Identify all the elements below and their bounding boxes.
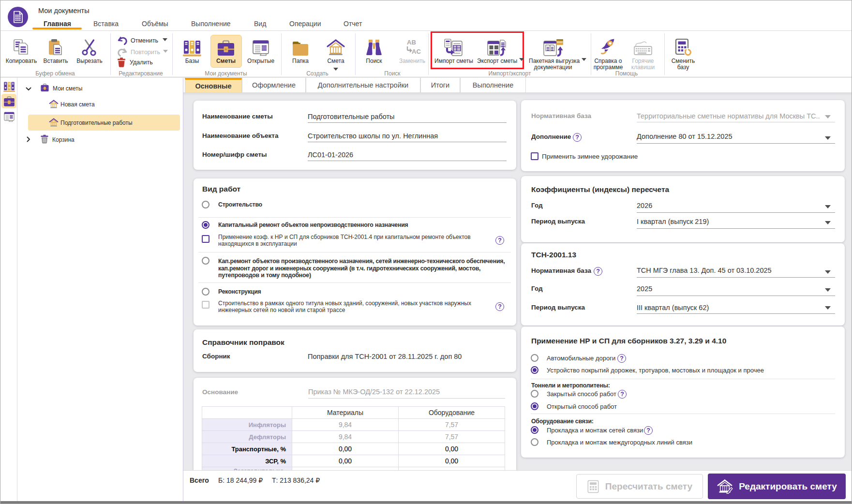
svg-text:AB: AB: [407, 39, 416, 46]
svg-text:AC: AC: [412, 48, 421, 55]
